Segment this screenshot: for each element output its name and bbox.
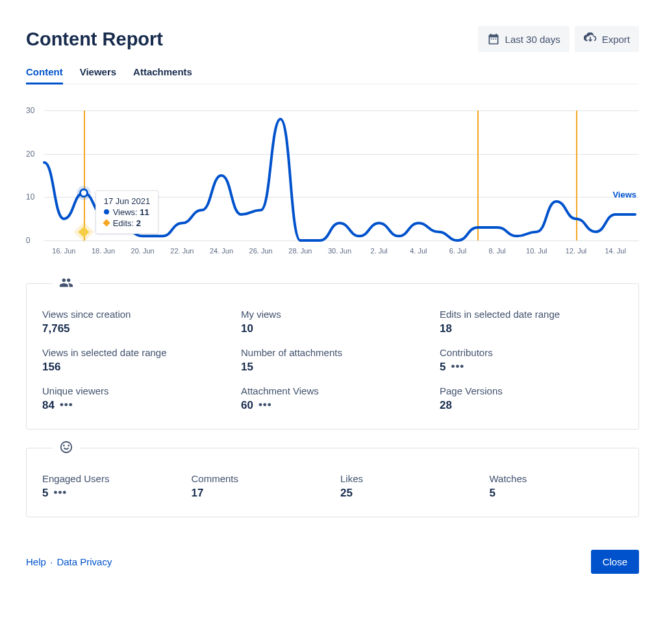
smile-icon [53,440,80,457]
tabs: Content Viewers Attachments [26,64,639,84]
export-label: Export [602,34,630,45]
stat-value: 5••• [42,487,176,500]
hover-point-views [79,188,88,198]
stat-label: Engaged Users [42,473,176,484]
more-icon[interactable]: ••• [258,399,272,410]
x-tick: 26. Jun [249,247,273,255]
export-button[interactable]: Export [575,26,639,52]
tab-viewers[interactable]: Viewers [80,64,116,84]
stat-label: Likes [340,473,474,484]
chart-tooltip: 17 Jun 2021Views: 11Edits: 2 [95,190,159,234]
stat-value: 17 [192,487,325,500]
stat-label: Edits in selected date range [440,309,623,320]
stat-item: Unique viewers84••• [42,385,225,412]
more-icon[interactable]: ••• [451,361,464,372]
x-tick: 2. Jul [371,247,388,255]
stat-value: 84••• [42,399,225,412]
date-range-button[interactable]: Last 30 days [478,26,570,52]
x-tick: 30. Jun [328,247,351,255]
x-tick: 8. Jul [489,247,506,255]
stat-label: Unique viewers [42,385,225,396]
stat-label: Attachment Views [241,385,424,396]
x-tick: 6. Jul [449,247,466,255]
legend-views: Views [612,190,636,200]
stat-label: My views [241,309,424,320]
tab-attachments[interactable]: Attachments [133,64,192,84]
tab-content[interactable]: Content [26,64,63,84]
stat-value: 28 [440,399,623,412]
stat-label: Contributors [440,347,623,358]
page-title: Content Report [26,29,163,50]
stat-item: Edits in selected date range18 [440,309,623,335]
x-tick: 10. Jul [526,247,547,255]
stat-value: 156 [42,361,225,374]
x-tick: 20. Jun [131,247,155,255]
stat-item: Number of attachments15 [241,347,424,374]
stat-value: 5 [490,487,623,500]
close-button[interactable]: Close [591,550,639,574]
stat-label: Number of attachments [241,347,424,358]
x-tick: 4. Jul [410,247,427,255]
diamond-icon [103,219,110,226]
x-tick: 14. Jul [605,247,625,255]
views-chart[interactable]: 010203016. Jun18. Jun20. Jun22. Jun24. J… [26,110,639,260]
stat-item: Contributors5••• [440,347,623,374]
stat-item: Attachment Views60••• [241,385,424,412]
x-tick: 28. Jun [288,247,312,255]
users-icon [53,276,80,292]
stat-value: 10 [241,322,424,335]
stat-item: Page Versions28 [440,385,623,412]
stats-card-engagement: Engaged Users5•••Comments17Likes25Watche… [26,448,639,517]
footer: Help · Data Privacy Close [0,535,665,596]
privacy-link[interactable]: Data Privacy [56,556,112,567]
stat-value: 5••• [440,361,623,374]
help-link[interactable]: Help [26,556,46,567]
stat-label: Comments [192,473,325,484]
more-icon[interactable]: ••• [53,487,67,498]
more-icon[interactable]: ••• [60,399,73,410]
x-tick: 24. Jun [210,247,233,255]
x-tick: 22. Jun [170,247,194,255]
dot-icon [104,209,109,214]
stat-label: Watches [490,473,623,484]
x-tick: 16. Jun [52,247,75,255]
x-tick: 18. Jun [92,247,115,255]
stat-item: My views10 [241,309,424,335]
stat-value: 15 [241,361,424,374]
stat-value: 7,765 [42,322,225,335]
stat-item: Engaged Users5••• [42,473,176,500]
stat-item: Views in selected date range156 [42,347,225,374]
stat-label: Views since creation [42,309,225,320]
calendar-icon [487,32,500,45]
tooltip-date: 17 Jun 2021 [104,196,151,206]
x-tick: 12. Jul [566,247,586,255]
stat-item: Watches5 [490,473,623,500]
stat-item: Views since creation7,765 [42,309,225,335]
stat-item: Comments17 [192,473,325,500]
stat-item: Likes25 [340,473,474,500]
date-range-label: Last 30 days [505,34,560,45]
export-icon [584,32,597,45]
stat-value: 18 [440,322,623,335]
stats-card-views: Views since creation7,765My views10Edits… [26,283,639,430]
stat-value: 60••• [241,399,424,412]
stat-label: Views in selected date range [42,347,225,358]
stat-label: Page Versions [440,385,623,396]
stat-value: 25 [340,487,474,500]
